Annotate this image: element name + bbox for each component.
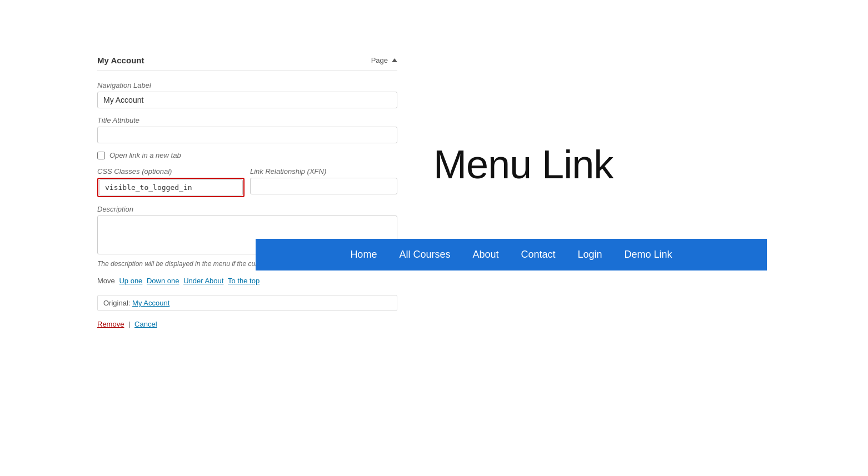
original-row: Original: My Account <box>97 295 397 311</box>
menu-item-editor: My Account Page Navigation Label Title A… <box>97 50 397 328</box>
nav-demo-link[interactable]: Demo Link <box>625 249 672 260</box>
move-row: Move Up one Down one Under About To the … <box>97 277 397 285</box>
move-to-top-link[interactable]: To the top <box>228 277 260 285</box>
item-header: My Account Page <box>97 50 397 71</box>
css-classes-wrapper <box>97 178 245 197</box>
xfn-field: Link Relationship (XFN) <box>250 167 397 197</box>
menu-link-heading: Menu Link <box>433 142 613 187</box>
navigation-label-label: Navigation Label <box>97 81 397 89</box>
cancel-link[interactable]: Cancel <box>134 320 157 328</box>
open-new-tab-label: Open link in a new tab <box>109 151 181 159</box>
nav-about[interactable]: About <box>472 249 498 260</box>
css-classes-label: CSS Classes (optional) <box>97 167 245 176</box>
remove-link[interactable]: Remove <box>97 320 124 328</box>
title-attribute-input[interactable] <box>97 127 397 143</box>
nav-all-courses[interactable]: All Courses <box>399 249 450 260</box>
open-new-tab-row: Open link in a new tab <box>97 151 397 159</box>
title-attribute-field: Title Attribute <box>97 116 397 143</box>
nav-home[interactable]: Home <box>350 249 377 260</box>
title-attribute-label: Title Attribute <box>97 116 397 124</box>
css-xfn-row: CSS Classes (optional) Link Relationship… <box>97 167 397 197</box>
item-title: My Account <box>97 56 144 65</box>
navigation-label-field: Navigation Label <box>97 81 397 108</box>
move-under-about-link[interactable]: Under About <box>183 277 223 285</box>
open-new-tab-checkbox[interactable] <box>97 152 105 159</box>
description-label: Description <box>97 205 397 213</box>
navigation-label-input[interactable] <box>97 92 397 108</box>
original-label: Original: <box>103 299 130 307</box>
action-links: Remove | Cancel <box>97 320 397 328</box>
css-classes-field: CSS Classes (optional) <box>97 167 245 197</box>
separator: | <box>128 320 130 328</box>
move-label: Move <box>97 277 115 285</box>
xfn-input[interactable] <box>250 178 397 194</box>
nav-contact[interactable]: Contact <box>521 249 555 260</box>
xfn-label: Link Relationship (XFN) <box>250 167 397 176</box>
nav-login[interactable]: Login <box>578 249 602 260</box>
nav-bar: Home All Courses About Contact Login Dem… <box>256 239 767 270</box>
move-down-one-link[interactable]: Down one <box>147 277 179 285</box>
item-type-label: Page <box>371 56 397 64</box>
collapse-arrow-icon[interactable] <box>392 58 397 62</box>
css-classes-input[interactable] <box>99 179 243 196</box>
move-up-one-link[interactable]: Up one <box>119 277 142 285</box>
original-link[interactable]: My Account <box>132 299 169 307</box>
